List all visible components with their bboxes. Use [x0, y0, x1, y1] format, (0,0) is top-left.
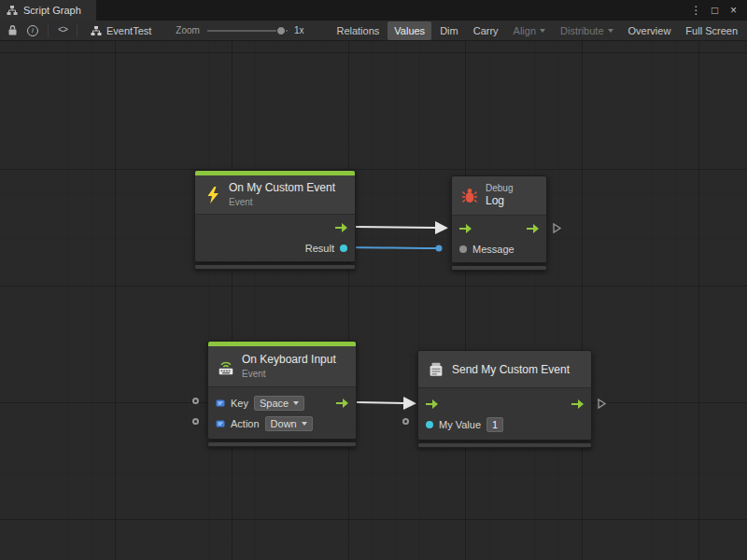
- flow-output-port[interactable]: [335, 223, 347, 232]
- distribute-button[interactable]: Distribute: [554, 21, 619, 40]
- bug-icon: [460, 187, 479, 205]
- result-port-label: Result: [305, 243, 334, 254]
- node-on-my-custom-event[interactable]: On My Custom Event Event Result: [194, 170, 356, 270]
- zoom-slider[interactable]: [207, 25, 288, 36]
- key-port-label: Key: [231, 398, 248, 409]
- my-value-port[interactable]: [426, 421, 433, 428]
- result-value-port[interactable]: [340, 245, 347, 252]
- align-button[interactable]: Align: [507, 21, 552, 40]
- node-footer: [194, 264, 356, 270]
- keyboard-input-icon: [217, 357, 235, 376]
- wire-value-result-to-message[interactable]: [344, 247, 439, 248]
- code-view-icon[interactable]: <>: [58, 21, 67, 40]
- my-value-input-stub[interactable]: [402, 418, 409, 425]
- carry-button[interactable]: Carry: [467, 21, 505, 40]
- chevron-down-icon: [540, 29, 545, 33]
- graph-asset-icon: [91, 21, 102, 40]
- keycode-type-icon: [216, 394, 225, 413]
- node-header[interactable]: On My Custom Event Event: [195, 175, 355, 215]
- custom-event-icon: [427, 360, 445, 379]
- node-title: On Keyboard Input: [242, 353, 336, 368]
- node-title: Log: [486, 194, 513, 209]
- graph-window-icon: [7, 1, 18, 20]
- chevron-down-icon: [302, 422, 307, 426]
- node-subtitle: Event: [242, 368, 336, 380]
- node-debug-log[interactable]: Debug Log Message: [451, 175, 547, 271]
- action-port-label: Action: [231, 418, 260, 429]
- my-value-port-label: My Value: [439, 419, 481, 430]
- action-dropdown[interactable]: Down: [265, 416, 313, 431]
- graph-toolbar: i <> EventTest Zoom 1x Relations Values …: [0, 21, 747, 41]
- dim-button[interactable]: Dim: [433, 21, 465, 40]
- zoom-value: 1x: [294, 25, 304, 35]
- node-footer: [207, 441, 357, 447]
- action-type-icon: [216, 414, 225, 433]
- flow-output-stub[interactable]: [597, 398, 607, 410]
- zoom-track: [207, 30, 288, 32]
- relations-button[interactable]: Relations: [330, 21, 386, 40]
- zoom-handle[interactable]: [276, 26, 286, 35]
- flow-input-port[interactable]: [459, 224, 472, 233]
- flow-input-port[interactable]: [426, 399, 438, 409]
- graph-canvas[interactable]: On My Custom Event Event Result: [0, 41, 747, 560]
- node-body: My Value 1: [418, 388, 591, 440]
- graph-name: EventTest: [106, 25, 151, 36]
- node-on-keyboard-input[interactable]: On Keyboard Input Event Key Space: [207, 341, 357, 447]
- flow-output-stub[interactable]: [552, 222, 562, 234]
- node-header[interactable]: Debug Log: [452, 176, 546, 216]
- overview-button[interactable]: Overview: [622, 21, 678, 40]
- key-input-stub[interactable]: [192, 398, 199, 404]
- zoom-label: Zoom: [176, 25, 200, 35]
- node-header[interactable]: Send My Custom Event: [418, 351, 591, 388]
- wire-flow-customevent-to-log[interactable]: [356, 227, 437, 228]
- fullscreen-button[interactable]: Full Screen: [679, 21, 744, 40]
- my-value-input[interactable]: 1: [486, 417, 503, 432]
- connection-wires: [0, 41, 747, 560]
- tab-label: Script Graph: [23, 5, 81, 16]
- toolbar-buttons: Relations Values Dim Carry Align Distrib…: [329, 21, 745, 40]
- node-header[interactable]: On Keyboard Input Event: [208, 346, 356, 387]
- chevron-down-icon: [608, 29, 613, 33]
- message-port-label: Message: [472, 244, 514, 255]
- flow-output-port[interactable]: [336, 399, 348, 408]
- node-body: Key Space Action Down: [208, 387, 356, 439]
- chevron-down-icon: [293, 401, 299, 405]
- message-value-port[interactable]: [459, 245, 467, 253]
- node-footer: [451, 265, 547, 271]
- info-icon[interactable]: i: [27, 21, 38, 40]
- values-button[interactable]: Values: [388, 21, 431, 40]
- action-input-stub[interactable]: [192, 418, 199, 425]
- node-subtitle: Event: [229, 196, 335, 208]
- flow-output-port[interactable]: [571, 399, 584, 409]
- node-footer: [417, 442, 592, 448]
- node-title: On My Custom Event: [229, 181, 335, 196]
- node-body: Result: [195, 215, 355, 261]
- tab-script-graph[interactable]: Script Graph: [0, 0, 96, 21]
- node-body: Message: [452, 216, 546, 262]
- window-close-icon[interactable]: ×: [726, 1, 741, 20]
- window-maximize-icon[interactable]: □: [707, 1, 723, 20]
- node-surtitle: Debug: [486, 182, 513, 194]
- titlebar: Script Graph ⋮ □ ×: [0, 0, 747, 21]
- script-graph-window: Script Graph ⋮ □ × i <> EventTest Zoom: [0, 0, 747, 560]
- toolbar-separator: [48, 24, 49, 37]
- node-send-my-custom-event[interactable]: Send My Custom Event My Value 1: [417, 350, 592, 448]
- graph-breadcrumb[interactable]: EventTest: [87, 21, 155, 40]
- toolbar-separator: [77, 24, 78, 37]
- lightning-icon: [204, 186, 222, 204]
- lock-icon[interactable]: [7, 21, 18, 40]
- wire-flow-keyboard-to-send[interactable]: [357, 402, 405, 403]
- node-title: Send My Custom Event: [452, 363, 570, 376]
- window-controls: ⋮ □ ×: [688, 0, 747, 21]
- flow-output-port[interactable]: [527, 224, 539, 233]
- key-dropdown[interactable]: Space: [254, 396, 304, 411]
- window-menu-icon[interactable]: ⋮: [688, 1, 704, 20]
